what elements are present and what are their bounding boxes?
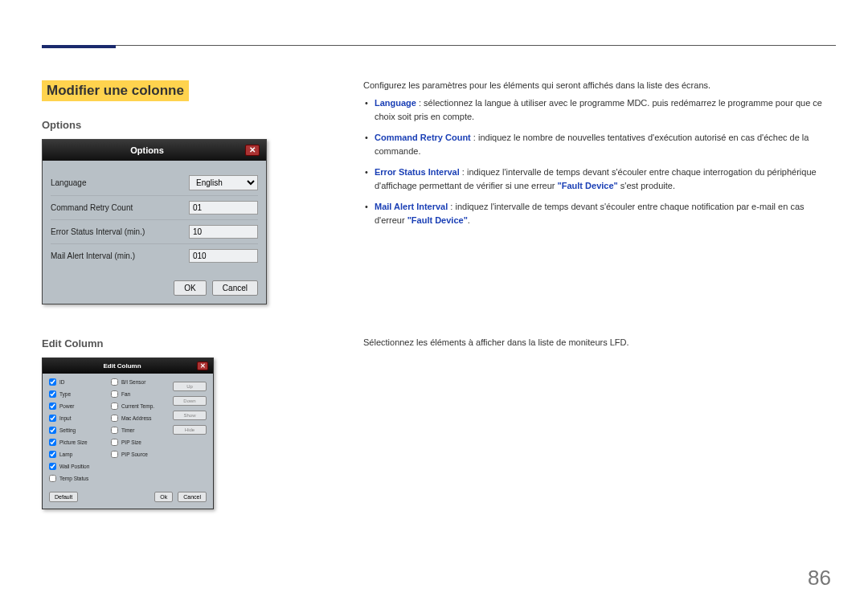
column-checkbox[interactable] [111, 390, 118, 398]
up-button[interactable]: Up [173, 382, 207, 391]
column-checkbox-item[interactable]: Power [49, 403, 111, 410]
quoted-fault-device-2: "Fault Device" [407, 215, 468, 225]
column-checkbox[interactable] [111, 427, 118, 434]
section-heading: Modifier une colonne [42, 80, 189, 101]
column-checkbox-item[interactable]: PIP Size [111, 439, 173, 446]
column-checkbox-label: Input [59, 415, 71, 421]
column-checkbox[interactable] [49, 439, 56, 446]
options-dialog: Options ✕ Language English Command Retry… [42, 139, 267, 304]
bullet-error: Error Status Interval : indiquez l'inter… [375, 166, 831, 192]
editcol-dialog-titlebar: Edit Column ✕ [43, 358, 213, 374]
editcol-columns-right: B/I SensorFanCurrent Temp.Mac AddressTim… [111, 378, 173, 482]
column-checkbox[interactable] [111, 439, 118, 446]
editcol-dialog-title: Edit Column [47, 362, 197, 370]
column-checkbox-item[interactable]: Fan [111, 390, 173, 398]
top-accent-segment [42, 45, 116, 48]
column-checkbox-label: Temp Status [59, 476, 88, 481]
options-cancel-button[interactable]: Cancel [212, 280, 258, 296]
column-checkbox-label: Power [59, 403, 74, 409]
text-mail-post: . [468, 215, 470, 225]
show-button[interactable]: Show [173, 411, 207, 420]
column-checkbox-item[interactable]: Picture Size [49, 439, 111, 446]
column-checkbox-item[interactable]: ID [49, 378, 111, 386]
options-error-label: Error Status Interval (min.) [51, 227, 145, 236]
default-button[interactable]: Default [49, 492, 78, 502]
term-language: Language [375, 98, 416, 108]
options-intro-text: Configurez les paramètres pour les éléme… [363, 80, 831, 90]
down-button[interactable]: Down [173, 396, 207, 406]
column-checkbox[interactable] [111, 403, 118, 410]
options-bullet-list: Language : sélectionnez la langue à util… [363, 96, 831, 227]
column-checkbox[interactable] [111, 451, 118, 458]
text-language: : sélectionnez la langue à utiliser avec… [375, 98, 822, 121]
editcol-cancel-button[interactable]: Cancel [178, 492, 207, 502]
column-checkbox[interactable] [111, 415, 118, 422]
column-checkbox-label: B/I Sensor [121, 379, 145, 385]
term-retry: Command Retry Count [375, 133, 471, 142]
bullet-mail: Mail Alert Interval : indiquez l'interva… [375, 200, 831, 227]
close-icon[interactable]: ✕ [197, 362, 208, 370]
editcol-columns-left: IDTypePowerInputSettingPicture SizeLampW… [49, 378, 111, 482]
column-checkbox-item[interactable]: PIP Source [111, 451, 173, 458]
options-language-label: Language [51, 178, 87, 187]
column-checkbox-item[interactable]: Setting [49, 427, 111, 434]
quoted-fault-device-1: "Fault Device" [558, 181, 618, 190]
column-checkbox-label: Fan [121, 391, 130, 397]
column-checkbox[interactable] [49, 390, 56, 398]
term-error: Error Status Interval [375, 167, 460, 177]
column-checkbox-label: Current Temp. [121, 403, 154, 409]
options-mail-label: Mail Alert Interval (min.) [51, 251, 135, 260]
options-dialog-title: Options [130, 145, 164, 155]
error-interval-input[interactable] [189, 225, 258, 239]
column-checkbox-item[interactable]: Current Temp. [111, 403, 173, 410]
column-checkbox-label: Setting [59, 427, 76, 433]
column-checkbox-item[interactable]: Temp Status [49, 475, 111, 482]
top-divider [42, 45, 836, 46]
column-checkbox[interactable] [49, 463, 56, 470]
column-checkbox-item[interactable]: Type [49, 390, 111, 398]
column-checkbox-item[interactable]: Lamp [49, 451, 111, 458]
column-checkbox[interactable] [49, 378, 56, 386]
column-checkbox-item[interactable]: Mac Address [111, 415, 173, 422]
options-dialog-body: Language English Command Retry Count Err… [43, 161, 266, 274]
column-checkbox-label: Picture Size [59, 439, 88, 445]
column-checkbox-label: Type [59, 391, 71, 397]
bullet-language: Language : sélectionnez la langue à util… [375, 96, 831, 123]
options-retry-label: Command Retry Count [51, 203, 133, 212]
text-error-post: s'est produite. [618, 181, 675, 190]
column-checkbox[interactable] [111, 378, 118, 386]
editcol-side-buttons: Up Down Show Hide [173, 378, 207, 482]
column-checkbox-label: PIP Size [121, 439, 141, 445]
retry-count-input[interactable] [189, 201, 258, 215]
column-checkbox-item[interactable]: Timer [111, 427, 173, 434]
editcol-subheading: Edit Column [42, 337, 331, 349]
column-checkbox-label: Timer [121, 427, 134, 433]
column-checkbox[interactable] [49, 415, 56, 422]
language-select[interactable]: English [189, 175, 258, 190]
column-checkbox[interactable] [49, 403, 56, 410]
bullet-retry: Command Retry Count : indiquez le nombre… [375, 131, 831, 157]
term-mail: Mail Alert Interval [375, 202, 448, 211]
hide-button[interactable]: Hide [173, 425, 207, 435]
editcol-ok-button[interactable]: Ok [154, 492, 173, 502]
column-checkbox[interactable] [49, 451, 56, 458]
column-checkbox-label: ID [59, 379, 65, 385]
editcol-description: Sélectionnez les éléments à afficher dan… [363, 337, 831, 347]
page-number: 86 [808, 566, 831, 591]
column-checkbox-item[interactable]: Input [49, 415, 111, 422]
column-checkbox[interactable] [49, 427, 56, 434]
mail-interval-input[interactable] [189, 249, 258, 263]
column-checkbox-item[interactable]: B/I Sensor [111, 378, 173, 386]
options-dialog-titlebar: Options ✕ [43, 140, 266, 161]
column-checkbox-item[interactable]: Wall Position [49, 463, 111, 470]
close-icon[interactable]: ✕ [245, 145, 260, 156]
column-checkbox[interactable] [49, 475, 56, 482]
options-ok-button[interactable]: OK [174, 280, 206, 296]
column-checkbox-label: PIP Source [121, 452, 148, 457]
column-checkbox-label: Lamp [59, 452, 72, 457]
editcol-dialog: Edit Column ✕ IDTypePowerInputSettingPic… [42, 358, 214, 509]
options-subheading: Options [42, 119, 331, 131]
column-checkbox-label: Wall Position [59, 464, 89, 469]
column-checkbox-label: Mac Address [121, 415, 152, 421]
